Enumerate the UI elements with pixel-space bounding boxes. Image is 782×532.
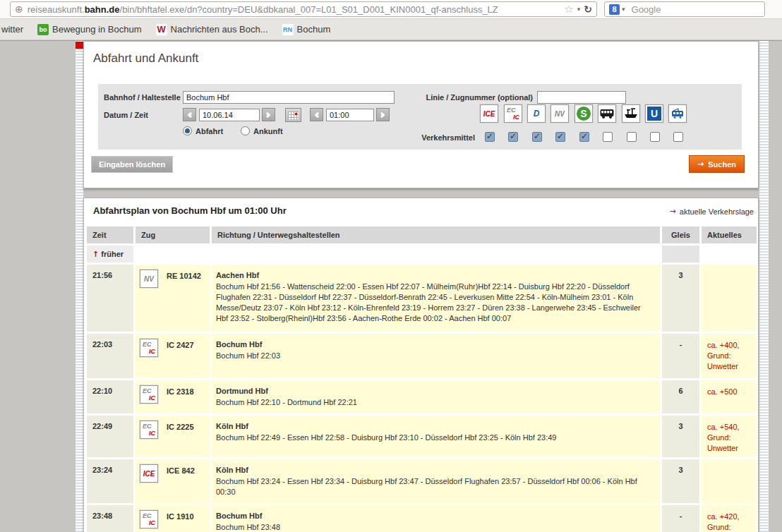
waz-icon: W	[156, 24, 167, 35]
train-number[interactable]: IC 2225	[167, 421, 194, 431]
table-row: 21:56 NV RE 10142 Aachen Hbf Bochum Hbf …	[87, 265, 755, 332]
table-row: 22:49 ECIC IC 2225 Köln Hbf Bochum Hbf 2…	[87, 416, 755, 457]
arrow-up-icon: ↑	[92, 250, 99, 259]
earlier-row: ↑ früher	[87, 246, 755, 262]
verkehrsmittel-checkbox-tram[interactable]	[673, 132, 683, 142]
departure-time: 23:24	[87, 459, 133, 503]
bookmark-star-icon[interactable]: ☆	[564, 3, 573, 16]
route-stops: Bochum Hbf 23:48	[216, 522, 653, 532]
chevron-right-icon	[379, 111, 385, 117]
reload-icon[interactable]: ↻	[584, 4, 592, 15]
time-next-button[interactable]	[376, 108, 390, 121]
board-title: Abfahrtsplan von Bochum Hbf um 01:00 Uhr	[93, 205, 758, 216]
line-label: Linie / Zugnummer (optional)	[380, 93, 533, 102]
date-input[interactable]	[199, 109, 260, 121]
site-globe-icon: ⊕	[15, 4, 23, 15]
train-type-icon-ecic[interactable]: ECIC	[140, 510, 158, 528]
departure-time: 21:56	[87, 265, 133, 332]
traffic-status-link[interactable]: →aktuelle Verkehrslage	[670, 207, 754, 216]
google-icon[interactable]: 8	[609, 4, 620, 15]
verkehrsmittel-checkbox-ecic[interactable]	[508, 132, 518, 142]
train-type-icon-ice[interactable]: ICE	[140, 464, 158, 483]
url-dropdown-icon[interactable]: ▾	[577, 6, 581, 13]
verkehrsmittel-checkbox-bus[interactable]	[603, 132, 613, 142]
destination[interactable]: Bochum Hbf	[216, 511, 653, 521]
calendar-icon	[288, 111, 299, 119]
platform: 3	[662, 459, 699, 503]
search-button[interactable]: →Suchen	[689, 155, 745, 173]
time-input[interactable]	[326, 109, 374, 121]
form-panel: Bahnhof / Haltestelle Linie / Zugnummer …	[98, 84, 742, 150]
datetime-label: Datum / Zeit	[104, 111, 148, 119]
verkehrsmittel-checkbox-sbahn[interactable]	[579, 132, 589, 142]
arrow-right-icon: →	[670, 207, 676, 216]
rn-icon: RN	[282, 24, 294, 35]
bookmark-rn-bochum[interactable]: RNBochum	[282, 24, 331, 35]
calendar-button[interactable]	[285, 108, 301, 122]
radio-ankunft[interactable]: Ankunft	[241, 126, 283, 135]
train-number[interactable]: IC 1910	[167, 510, 194, 521]
train-type-icon-ecic[interactable]: ECIC	[140, 421, 158, 439]
time-prev-button[interactable]	[310, 108, 323, 121]
platform: 6	[662, 380, 699, 413]
clear-inputs-button[interactable]: Eingaben löschen	[91, 156, 173, 173]
status-delay	[702, 265, 757, 332]
verkehrsmittel-checkbox-nv[interactable]	[555, 132, 565, 142]
route-stops: Bochum Hbf 23:24 - Essen Hbf 23:34 - Dui…	[216, 476, 653, 497]
departure-time: 22:49	[87, 416, 133, 457]
chevron-left-icon	[315, 111, 320, 117]
col-richtung: Richtung / Unterwegshaltestellen	[212, 226, 660, 243]
date-prev-button[interactable]	[183, 108, 196, 121]
table-row: 23:48 ECIC IC 1910 Bochum Hbf Bochum Hbf…	[87, 505, 755, 532]
train-type-icon-nv[interactable]: NV	[140, 270, 158, 288]
search-input[interactable]: 8 ▾ Google	[604, 1, 765, 17]
arrow-right-icon: →	[697, 159, 704, 169]
destination[interactable]: Bochum Hbf	[216, 339, 653, 350]
verkehrsmittel-checkbox-ice[interactable]	[485, 132, 495, 142]
status-delay	[702, 459, 757, 503]
earlier-link[interactable]: ↑ früher	[87, 246, 133, 262]
route-stops: Bochum Hbf 22:10 - Dortmund Hbf 22:21	[216, 397, 653, 408]
verkehrsmittel-checkbox-d[interactable]	[532, 132, 542, 142]
page-red-marker	[76, 42, 83, 49]
destination[interactable]: Aachen Hbf	[216, 270, 653, 281]
table-row: 22:03 ECIC IC 2427 Bochum Hbf Bochum Hbf…	[87, 334, 755, 378]
verkehrsmittel-checkbox-ubahn[interactable]	[650, 132, 660, 142]
status-delay: ca. +540, Grund: Unwetter	[702, 416, 757, 457]
train-number[interactable]: IC 2318	[167, 385, 194, 396]
platform: 3	[662, 416, 699, 457]
bookmark-twitter[interactable]: witter	[1, 24, 23, 35]
search-engine-dropdown-icon[interactable]: ▾	[622, 6, 625, 13]
departure-table: Zeit Zug Richtung / Unterwegshaltestelle…	[87, 226, 755, 532]
platform: -	[662, 505, 699, 532]
train-type-icon-ecic[interactable]: ECIC	[140, 339, 158, 357]
verkehrsmittel-checkbox-schiff[interactable]	[627, 132, 637, 142]
radio-abfahrt[interactable]: Abfahrt	[183, 126, 223, 135]
station-label: Bahnhof / Haltestelle	[104, 93, 181, 102]
destination[interactable]: Köln Hbf	[216, 421, 653, 432]
train-type-icon-ecic[interactable]: ECIC	[140, 385, 158, 404]
transport-icon-ubahn: U	[645, 104, 663, 123]
col-zeit: Zeit	[87, 226, 133, 243]
destination[interactable]: Dortmund Hbf	[216, 386, 653, 397]
line-input[interactable]	[537, 91, 626, 104]
page-viewport: Abfahrt und Ankunft Bahnhof / Haltestell…	[0, 40, 782, 532]
url-text[interactable]: reiseauskunft.bahn.de/bin/bhftafel.exe/d…	[28, 4, 563, 15]
route-stops: Bochum Hbf 22:49 - Essen Hbf 22:58 - Dui…	[216, 433, 653, 443]
bookmark-nachrichten[interactable]: WNachrichten aus Boch...	[156, 24, 268, 35]
url-bar[interactable]: ⊕ reiseauskunft.bahn.de/bin/bhftafel.exe…	[10, 1, 597, 17]
train-number[interactable]: IC 2427	[167, 339, 194, 349]
destination[interactable]: Köln Hbf	[216, 465, 653, 476]
transport-icon-schiff	[622, 104, 640, 123]
verkehrsmittel-label: Verkehrsmittel	[376, 133, 475, 142]
departure-time: 22:03	[87, 334, 133, 378]
search-form-section: Abfahrt und Ankunft Bahnhof / Haltestell…	[83, 41, 759, 188]
train-number[interactable]: RE 10142	[167, 270, 201, 280]
search-placeholder: Google	[632, 4, 661, 15]
train-number[interactable]: ICE 842	[167, 464, 195, 475]
station-input[interactable]	[183, 91, 395, 104]
bookmark-bewegung-in-bochum[interactable]: boBewegung in Bochum	[37, 24, 141, 35]
bo-icon: bo	[37, 24, 49, 35]
status-delay: ca. +420, Grund: Unwetter	[702, 505, 757, 532]
date-next-button[interactable]	[262, 108, 275, 121]
